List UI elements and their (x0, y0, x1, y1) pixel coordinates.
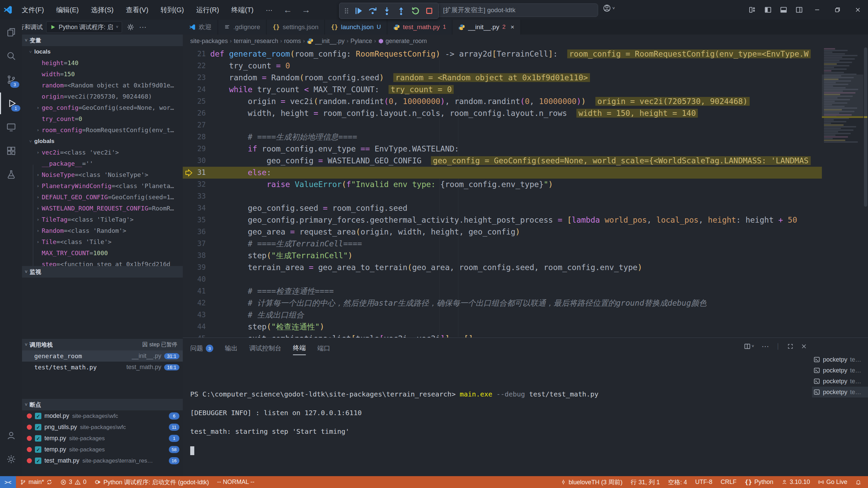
code-line-32[interactable]: 32 raise ValueError(f"Invalid env type: … (183, 179, 822, 190)
tab-__init__.py[interactable]: __init__.py2× (452, 20, 520, 35)
code-line-26[interactable]: 26 width, height = room_config.layout.n_… (183, 107, 822, 119)
code-line-29[interactable]: 29 if room_config.env_type == EnvType.WA… (183, 143, 822, 155)
panel-maximize-icon[interactable] (787, 343, 793, 349)
variable-row[interactable]: ›geo_config = GeoConfig(seed=None, wor… (22, 102, 183, 113)
twistie-icon[interactable]: › (34, 127, 42, 133)
code-line-21[interactable]: 21def generate_room(room_config: RoomReq… (183, 48, 822, 60)
status-item-bell[interactable] (851, 476, 865, 488)
code-line-23[interactable]: 23 random = Random(room_config.seed) ran… (183, 72, 822, 84)
menu-item-查[interactable]: 查看(V) (120, 5, 155, 15)
code-line-43[interactable]: 43 # 生成出口组合 (183, 309, 822, 321)
code-line-42[interactable]: 42 # 计算每一个出口的中心，然后使用astar生成路径，确保每一个出口组合都… (183, 297, 822, 309)
code-line-41[interactable]: 41 # ====检查连通性==== (183, 285, 822, 297)
panel-tab-调试控制台[interactable]: 调试控制台 (249, 344, 281, 355)
remote-indicator[interactable]: >< (0, 476, 16, 488)
stack-frame[interactable]: test/test_math.pytest_math.py16:1 (22, 362, 183, 373)
breadcrumb-item[interactable]: __init__.py (307, 38, 344, 45)
git-branch-item[interactable]: main* (16, 476, 56, 488)
code-line-22[interactable]: 22 try_count = 0 (183, 60, 822, 72)
status-item--31-1[interactable]: 行 31, 列 1 (627, 476, 664, 488)
panel-tab-问题[interactable]: 问题3 (190, 344, 213, 355)
variable-row[interactable]: MAX_TRY_COUNT = 1000 (22, 247, 183, 259)
code-line-44[interactable]: 44 step("检查连通性") (183, 321, 822, 333)
tab-close-icon[interactable]: × (511, 23, 514, 31)
activity-item-run-debug[interactable]: 1 (0, 93, 23, 114)
panel-tab-终端[interactable]: 终端 (293, 344, 306, 355)
breadcrumb-item[interactable]: site-packages (190, 38, 228, 45)
terminal-list-item[interactable]: pocketpyte… (812, 376, 868, 387)
breakpoint-row[interactable]: ✓temp.pysite-packages1 (22, 433, 183, 444)
activity-item-explorer[interactable] (0, 21, 22, 43)
breakpoint-row[interactable]: ✓test_math.pysite-packages\terrain_res…1… (22, 455, 183, 466)
minimap-viewport[interactable] (822, 75, 863, 117)
menu-item-文[interactable]: 文件(F) (16, 5, 50, 15)
code-line-35[interactable]: 35 geo_config.primary_forces.geothermal_… (183, 214, 822, 226)
variable-row[interactable]: ›vec2i = <class 'vec2i'> (22, 147, 183, 158)
variable-row[interactable]: __package__ = '' (22, 158, 183, 169)
breadcrumb-item[interactable]: rooms (284, 38, 301, 45)
code-line-37[interactable]: 37 # ====生成TerrainCell==== (183, 238, 822, 250)
code-line-27[interactable]: 27 (183, 119, 822, 131)
twistie-icon[interactable]: › (34, 172, 42, 177)
twistie-icon[interactable]: › (34, 239, 42, 244)
window-restore-icon[interactable] (827, 0, 848, 20)
menu-item-选[interactable]: 选择(S) (85, 5, 120, 15)
debug-step-out-icon[interactable] (396, 6, 406, 16)
toolbar-drag-handle[interactable] (344, 7, 349, 15)
activity-item-account[interactable] (0, 425, 22, 446)
profile-button[interactable]: ˅ (603, 4, 615, 12)
code-line-24[interactable]: 24 while try_count < MAX_TRY_COUNT: try_… (183, 84, 822, 96)
breakpoint-checkbox[interactable]: ✓ (35, 458, 41, 464)
breakpoint-row[interactable]: ✓temp.pysite-packages58 (22, 444, 183, 455)
terminal-output[interactable]: PS C:\computer_science\godot-ldtk\site-p… (190, 389, 598, 463)
debug-config-dropdown[interactable]: Python 调试程序: 启 ˅ (46, 21, 122, 33)
debug-continue-icon[interactable] (354, 6, 363, 16)
status-item-blueloveTH-3-[interactable]: blueloveTH (3 周前) (556, 476, 627, 488)
panel-more-icon[interactable]: ··· (762, 342, 769, 351)
code-line-33[interactable]: 33 (183, 190, 822, 202)
breadcrumb-item[interactable]: generate_room (378, 38, 427, 45)
activity-item-remote-explorer[interactable] (0, 116, 22, 138)
variable-row[interactable]: ›TileTag = <class 'TileTag'> (22, 214, 183, 225)
section-header-variables[interactable]: ˅变量 (22, 35, 183, 46)
tab--[interactable]: 欢迎 (183, 20, 218, 35)
section-header-watch[interactable]: ˅监视 (22, 266, 183, 278)
activity-item-testing[interactable] (0, 164, 22, 185)
twistie-icon[interactable]: › (34, 206, 42, 211)
debug-config-status-item[interactable]: Python 调试程序: 启动文件 (godot-ldtk) (91, 476, 213, 488)
code-line-31[interactable]: 31 else: (183, 167, 822, 179)
debug-settings-gear-icon[interactable] (127, 23, 134, 31)
debug-views-more-icon[interactable]: ··· (139, 23, 146, 32)
twistie-icon[interactable]: › (34, 228, 42, 233)
status-item-3.10.10[interactable]: 3.10.10 (777, 476, 814, 488)
variable-row[interactable]: ›NoiseType = <class 'NoiseType'> (22, 169, 183, 180)
status-item-Go-Live[interactable]: Go Live (814, 476, 851, 488)
variable-row[interactable]: height = 140 (22, 57, 183, 68)
scope-locals[interactable]: ˅locals (22, 46, 183, 57)
debug-stop-icon[interactable] (425, 6, 434, 15)
activity-item-extensions[interactable] (0, 140, 22, 162)
menu-item-转[interactable]: 转到(G) (155, 5, 190, 15)
toggle-secondary-sidebar-icon[interactable] (791, 0, 807, 20)
menu-more[interactable]: ··· (260, 0, 279, 20)
debug-step-into-icon[interactable] (382, 6, 392, 16)
window-close-icon[interactable] (848, 0, 868, 20)
activity-item-settings[interactable] (0, 448, 22, 470)
breakpoint-checkbox[interactable]: ✓ (35, 435, 41, 442)
terminal-list-item[interactable]: pocketpyte… (812, 365, 868, 376)
variable-row[interactable]: random = <Random object at 0x1bf9d01e… (22, 80, 183, 91)
breadcrumb-item[interactable]: Pylance (351, 38, 372, 45)
window-minimize-icon[interactable] (807, 0, 827, 20)
nav-back-icon[interactable]: ← (279, 5, 297, 15)
variable-row[interactable]: try_count = 0 (22, 113, 183, 124)
status-item-UTF-8[interactable]: UTF-8 (691, 476, 716, 488)
split-terminal-icon[interactable]: ˅ (744, 343, 754, 350)
twistie-icon[interactable]: › (34, 150, 42, 155)
code-line-34[interactable]: 34 geo_config.seed = room_config.seed (183, 202, 822, 214)
code-line-25[interactable]: 25 origin = vec2i(random.randint(0, 1000… (183, 96, 822, 107)
menu-item-编[interactable]: 编辑(E) (50, 5, 85, 15)
panel-tab-输出[interactable]: 输出 (225, 344, 238, 355)
breakpoint-checkbox[interactable]: ✓ (35, 446, 41, 453)
nav-forward-icon[interactable]: → (297, 5, 315, 15)
breakpoint-checkbox[interactable]: ✓ (35, 413, 41, 419)
